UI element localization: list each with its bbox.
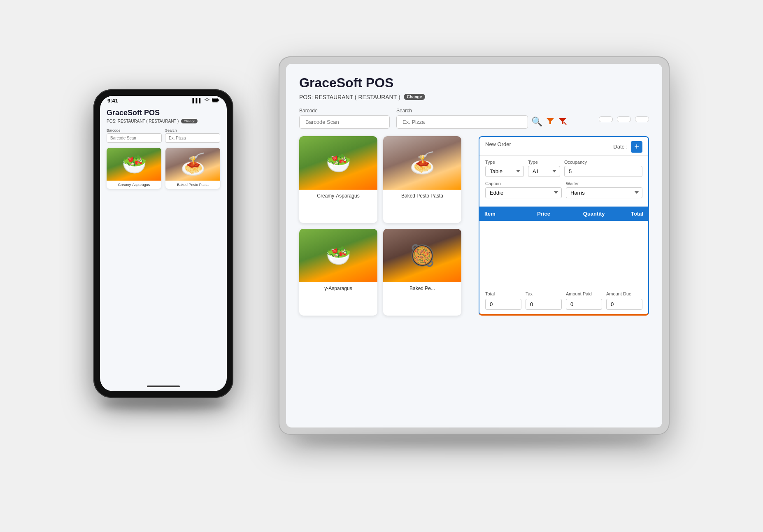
phone-food-card-pasta[interactable]: Baked Pesto Pasta (165, 148, 220, 189)
captain-group: Captain Eddie John (485, 181, 562, 198)
amount-paid-label: Amount Paid (566, 291, 602, 296)
phone-barcode-group: Barcode (107, 128, 162, 143)
phone-search-group: Search (165, 128, 220, 143)
order-form: Type Table Bar Takeaway Type A1 (479, 156, 648, 207)
phone-status-icons: ▌▌▌ (193, 98, 219, 103)
phone-food-img-pasta (165, 148, 220, 181)
col-quantity: Quantity (555, 207, 610, 221)
phone-food-card-asparagus[interactable]: Creamy-Asparagus (107, 148, 161, 189)
phone-search-input[interactable] (165, 133, 220, 143)
food-image-asparagus2 (299, 229, 377, 282)
amount-due-input[interactable] (606, 299, 642, 310)
waiter-select[interactable]: Harris Mike (566, 187, 642, 198)
barcode-label: Barcode (299, 108, 390, 114)
order-form-row-1: Type Table Bar Takeaway Type A1 (485, 160, 642, 177)
barcode-group: Barcode (299, 108, 390, 129)
svg-rect-4 (212, 99, 218, 102)
phone-app-title: GraceSoft POS (107, 109, 220, 117)
waiter-label: Waiter (566, 181, 642, 186)
tablet-device: GraceSoft POS POS: RESTAURANT ( RESTAURA… (279, 56, 670, 435)
phone-food-label-pasta: Baked Pesto Pasta (165, 181, 220, 189)
col-total: Total (610, 207, 648, 221)
totals-labels-row: Total Tax Amount Paid Amount Due (485, 291, 642, 296)
food-label-asparagus: Creamy-Asparagus (299, 190, 377, 202)
food-card-pasta[interactable]: Baked Pesto Pasta (383, 136, 461, 223)
order-items-table: Item Price Quantity Total (479, 207, 648, 287)
wifi-icon (204, 98, 210, 103)
change-badge[interactable]: Change (404, 94, 426, 100)
scene: GraceSoft POS POS: RESTAURANT ( RESTAURA… (93, 40, 670, 493)
total-value-input[interactable] (485, 299, 521, 310)
phone-fields-row: Barcode Search (107, 128, 220, 143)
food-card-baked[interactable]: Baked Pe... (383, 229, 461, 316)
barcode-input[interactable] (299, 115, 390, 129)
battery-icon (212, 98, 219, 103)
search-label: Search (396, 108, 567, 114)
type-label: Type (485, 160, 524, 165)
type-group: Type Table Bar Takeaway (485, 160, 524, 177)
phone-status-bar: 9:41 ▌▌▌ (100, 96, 227, 104)
table-type-select[interactable]: A1 A2 B1 (528, 166, 560, 177)
food-image-baked (383, 229, 461, 282)
order-panel-header: New Order Date : + (479, 137, 648, 156)
svg-line-2 (564, 122, 566, 125)
phone-barcode-label: Barcode (107, 128, 162, 132)
search-input-row: 🔍 (396, 115, 567, 129)
signal-icon: ▌▌▌ (193, 98, 202, 103)
table-type-label: Type (528, 160, 560, 165)
food-grid: Creamy-Asparagus Baked Pesto Pasta y-Asp… (299, 136, 472, 316)
order-totals: Total Tax Amount Paid Amount Due (479, 287, 648, 314)
captain-label: Captain (485, 181, 562, 186)
tablet-main-content: Creamy-Asparagus Baked Pesto Pasta y-Asp… (299, 136, 649, 316)
phone-search-label: Search (165, 128, 220, 132)
tablet-pos-subtitle: POS: RESTAURANT ( RESTAURANT ) Change (299, 94, 649, 100)
phone-content: GraceSoft POS POS: RESTAURANT ( RESTAURA… (100, 104, 227, 194)
totals-values-row (485, 299, 642, 310)
order-header-right: Date : + (613, 141, 642, 153)
filter-clear-button[interactable] (558, 116, 567, 128)
amount-paid-input[interactable] (566, 299, 602, 310)
svg-rect-5 (219, 99, 219, 101)
food-card-asparagus[interactable]: Creamy-Asparagus (299, 136, 377, 223)
order-panel: New Order Date : + Type Table (479, 136, 649, 316)
add-order-button[interactable]: + (631, 141, 642, 153)
waiter-group: Waiter Harris Mike (566, 181, 642, 198)
type-select[interactable]: Table Bar Takeaway (485, 166, 524, 177)
tax-value-input[interactable] (526, 299, 562, 310)
col-price: Price (516, 207, 555, 221)
food-card-asparagus2[interactable]: y-Asparagus (299, 229, 377, 316)
tablet-pos-label: POS: RESTAURANT ( RESTAURANT ) (299, 94, 400, 100)
food-image-pasta (383, 136, 461, 190)
col-item: Item (479, 207, 516, 221)
search-input[interactable] (396, 115, 528, 129)
captain-select[interactable]: Eddie John (485, 187, 562, 198)
occupancy-label: Occupancy (564, 160, 642, 165)
action-btn-2[interactable] (617, 116, 631, 122)
phone-food-grid: Creamy-Asparagus Baked Pesto Pasta (107, 148, 220, 189)
phone-barcode-input[interactable] (107, 133, 162, 143)
food-label-asparagus2: y-Asparagus (299, 282, 377, 295)
phone-food-label-asparagus: Creamy-Asparagus (107, 181, 161, 189)
phone-home-indicator (147, 386, 180, 387)
tablet-action-buttons (599, 116, 649, 122)
tablet-app-title: GraceSoft POS (299, 75, 649, 91)
food-label-pasta: Baked Pesto Pasta (383, 190, 461, 202)
phone-change-badge[interactable]: Change (181, 119, 198, 123)
tablet-search-row: Barcode Search 🔍 (299, 108, 649, 129)
order-table-header-row: Item Price Quantity Total (479, 207, 648, 221)
total-label: Total (485, 291, 521, 296)
date-label: Date : (613, 144, 628, 150)
tax-label: Tax (526, 291, 562, 296)
tablet-screen: GraceSoft POS POS: RESTAURANT ( RESTAURA… (286, 64, 662, 427)
phone-pos-label: POS: RESTAURANT ( RESTAURANT ) (107, 119, 179, 123)
occupancy-input[interactable] (564, 166, 642, 177)
phone-pos-subtitle: POS: RESTAURANT ( RESTAURANT ) Change (107, 119, 220, 123)
search-button[interactable]: 🔍 (531, 116, 542, 127)
phone-device: 9:41 ▌▌▌ GraceSoft POS POS: RESTAURANT (… (93, 89, 233, 398)
order-form-row-2: Captain Eddie John Waiter Harris (485, 181, 642, 198)
filter-button[interactable] (546, 116, 555, 128)
action-btn-3[interactable] (635, 116, 649, 122)
action-btn-1[interactable] (599, 116, 613, 122)
order-table-body (479, 221, 648, 287)
phone-time: 9:41 (107, 98, 118, 104)
